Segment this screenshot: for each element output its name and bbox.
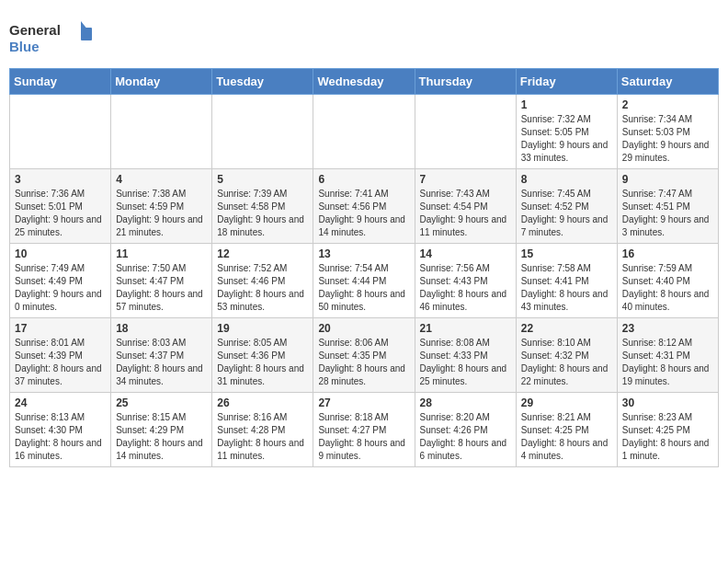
calendar-cell: 20Sunrise: 8:06 AM Sunset: 4:35 PM Dayli…: [313, 318, 415, 393]
weekday-header-sunday: Sunday: [10, 69, 111, 95]
calendar-cell: [313, 95, 415, 169]
day-info: Sunrise: 8:23 AM Sunset: 4:25 PM Dayligh…: [622, 411, 713, 463]
day-info: Sunrise: 7:45 AM Sunset: 4:52 PM Dayligh…: [521, 188, 612, 239]
calendar-cell: 11Sunrise: 7:50 AM Sunset: 4:47 PM Dayli…: [111, 244, 212, 318]
day-info: Sunrise: 8:05 AM Sunset: 4:36 PM Dayligh…: [217, 337, 308, 388]
calendar-cell: 30Sunrise: 8:23 AM Sunset: 4:25 PM Dayli…: [617, 393, 718, 467]
day-number: 10: [15, 247, 106, 260]
calendar-cell: 7Sunrise: 7:43 AM Sunset: 4:54 PM Daylig…: [415, 169, 516, 244]
day-info: Sunrise: 7:36 AM Sunset: 5:01 PM Dayligh…: [15, 188, 106, 239]
calendar-cell: 18Sunrise: 8:03 AM Sunset: 4:37 PM Dayli…: [111, 318, 212, 393]
calendar-cell: 3Sunrise: 7:36 AM Sunset: 5:01 PM Daylig…: [10, 169, 111, 244]
day-number: 4: [116, 173, 207, 186]
calendar-cell: 8Sunrise: 7:45 AM Sunset: 4:52 PM Daylig…: [516, 169, 617, 244]
calendar-cell: 5Sunrise: 7:39 AM Sunset: 4:58 PM Daylig…: [212, 169, 313, 244]
day-info: Sunrise: 8:06 AM Sunset: 4:35 PM Dayligh…: [318, 337, 409, 388]
calendar-cell: 1Sunrise: 7:32 AM Sunset: 5:05 PM Daylig…: [516, 95, 617, 169]
day-number: 27: [318, 396, 409, 409]
day-info: Sunrise: 8:18 AM Sunset: 4:27 PM Dayligh…: [318, 411, 409, 463]
calendar-cell: 6Sunrise: 7:41 AM Sunset: 4:56 PM Daylig…: [313, 169, 415, 244]
weekday-header-thursday: Thursday: [415, 69, 516, 95]
day-info: Sunrise: 7:50 AM Sunset: 4:47 PM Dayligh…: [116, 262, 207, 314]
day-number: 1: [521, 98, 612, 111]
calendar-cell: 29Sunrise: 8:21 AM Sunset: 4:25 PM Dayli…: [516, 393, 617, 467]
day-number: 17: [15, 322, 106, 335]
svg-text:Blue: Blue: [9, 39, 40, 54]
calendar-cell: 19Sunrise: 8:05 AM Sunset: 4:36 PM Dayli…: [212, 318, 313, 393]
day-number: 29: [521, 396, 612, 409]
calendar-cell: [212, 95, 313, 169]
weekday-header-friday: Friday: [516, 69, 617, 95]
day-info: Sunrise: 8:16 AM Sunset: 4:28 PM Dayligh…: [217, 411, 308, 463]
day-info: Sunrise: 8:10 AM Sunset: 4:32 PM Dayligh…: [521, 337, 612, 388]
calendar-week-5: 24Sunrise: 8:13 AM Sunset: 4:30 PM Dayli…: [10, 393, 719, 467]
calendar-cell: [111, 95, 212, 169]
day-info: Sunrise: 7:39 AM Sunset: 4:58 PM Dayligh…: [217, 188, 308, 239]
day-number: 18: [116, 322, 207, 335]
day-number: 26: [217, 396, 308, 409]
calendar-cell: 17Sunrise: 8:01 AM Sunset: 4:39 PM Dayli…: [10, 318, 111, 393]
day-info: Sunrise: 8:08 AM Sunset: 4:33 PM Dayligh…: [420, 337, 511, 388]
day-info: Sunrise: 7:47 AM Sunset: 4:51 PM Dayligh…: [622, 188, 713, 239]
day-number: 13: [318, 247, 409, 260]
day-number: 30: [622, 396, 713, 409]
calendar-week-3: 10Sunrise: 7:49 AM Sunset: 4:49 PM Dayli…: [10, 244, 719, 318]
day-number: 7: [420, 173, 511, 186]
day-number: 28: [420, 396, 511, 409]
calendar-cell: 15Sunrise: 7:58 AM Sunset: 4:41 PM Dayli…: [516, 244, 617, 318]
day-info: Sunrise: 8:12 AM Sunset: 4:31 PM Dayligh…: [622, 337, 713, 388]
day-info: Sunrise: 8:13 AM Sunset: 4:30 PM Dayligh…: [15, 411, 106, 463]
calendar-cell: 4Sunrise: 7:38 AM Sunset: 4:59 PM Daylig…: [111, 169, 212, 244]
calendar-cell: 10Sunrise: 7:49 AM Sunset: 4:49 PM Dayli…: [10, 244, 111, 318]
calendar-cell: 25Sunrise: 8:15 AM Sunset: 4:29 PM Dayli…: [111, 393, 212, 467]
calendar-cell: 28Sunrise: 8:20 AM Sunset: 4:26 PM Dayli…: [415, 393, 516, 467]
calendar-cell: 26Sunrise: 8:16 AM Sunset: 4:28 PM Dayli…: [212, 393, 313, 467]
weekday-header-tuesday: Tuesday: [212, 69, 313, 95]
calendar-cell: 9Sunrise: 7:47 AM Sunset: 4:51 PM Daylig…: [617, 169, 718, 244]
calendar-week-4: 17Sunrise: 8:01 AM Sunset: 4:39 PM Dayli…: [10, 318, 719, 393]
day-number: 23: [622, 322, 713, 335]
day-info: Sunrise: 7:34 AM Sunset: 5:03 PM Dayligh…: [622, 113, 713, 165]
day-number: 3: [15, 173, 106, 186]
weekday-header-row: SundayMondayTuesdayWednesdayThursdayFrid…: [10, 69, 719, 95]
day-number: 22: [521, 322, 612, 335]
day-info: Sunrise: 7:32 AM Sunset: 5:05 PM Dayligh…: [521, 113, 612, 165]
logo-svg: General Blue: [9, 17, 92, 61]
day-number: 11: [116, 247, 207, 260]
calendar-cell: 24Sunrise: 8:13 AM Sunset: 4:30 PM Dayli…: [10, 393, 111, 467]
day-number: 19: [217, 322, 308, 335]
day-number: 15: [521, 247, 612, 260]
logo: General Blue: [9, 17, 92, 61]
weekday-header-wednesday: Wednesday: [313, 69, 415, 95]
calendar-cell: [10, 95, 111, 169]
day-number: 5: [217, 173, 308, 186]
day-number: 6: [318, 173, 409, 186]
weekday-header-saturday: Saturday: [617, 69, 718, 95]
day-number: 2: [622, 98, 713, 111]
day-number: 25: [116, 396, 207, 409]
calendar-cell: [415, 95, 516, 169]
day-number: 21: [420, 322, 511, 335]
calendar-cell: 14Sunrise: 7:56 AM Sunset: 4:43 PM Dayli…: [415, 244, 516, 318]
calendar-cell: 16Sunrise: 7:59 AM Sunset: 4:40 PM Dayli…: [617, 244, 718, 318]
day-number: 20: [318, 322, 409, 335]
day-info: Sunrise: 7:58 AM Sunset: 4:41 PM Dayligh…: [521, 262, 612, 314]
calendar-cell: 27Sunrise: 8:18 AM Sunset: 4:27 PM Dayli…: [313, 393, 415, 467]
day-number: 24: [15, 396, 106, 409]
calendar-week-1: 1Sunrise: 7:32 AM Sunset: 5:05 PM Daylig…: [10, 95, 719, 169]
day-info: Sunrise: 7:43 AM Sunset: 4:54 PM Dayligh…: [420, 188, 511, 239]
day-info: Sunrise: 8:03 AM Sunset: 4:37 PM Dayligh…: [116, 337, 207, 388]
calendar-cell: 22Sunrise: 8:10 AM Sunset: 4:32 PM Dayli…: [516, 318, 617, 393]
calendar-week-2: 3Sunrise: 7:36 AM Sunset: 5:01 PM Daylig…: [10, 169, 719, 244]
day-number: 16: [622, 247, 713, 260]
calendar-cell: 23Sunrise: 8:12 AM Sunset: 4:31 PM Dayli…: [617, 318, 718, 393]
day-info: Sunrise: 8:15 AM Sunset: 4:29 PM Dayligh…: [116, 411, 207, 463]
day-number: 8: [521, 173, 612, 186]
day-number: 12: [217, 247, 308, 260]
day-info: Sunrise: 7:49 AM Sunset: 4:49 PM Dayligh…: [15, 262, 106, 314]
calendar: SundayMondayTuesdayWednesdayThursdayFrid…: [9, 68, 719, 467]
calendar-cell: 13Sunrise: 7:54 AM Sunset: 4:44 PM Dayli…: [313, 244, 415, 318]
day-info: Sunrise: 7:41 AM Sunset: 4:56 PM Dayligh…: [318, 188, 409, 239]
day-info: Sunrise: 8:21 AM Sunset: 4:25 PM Dayligh…: [521, 411, 612, 463]
day-info: Sunrise: 8:01 AM Sunset: 4:39 PM Dayligh…: [15, 337, 106, 388]
